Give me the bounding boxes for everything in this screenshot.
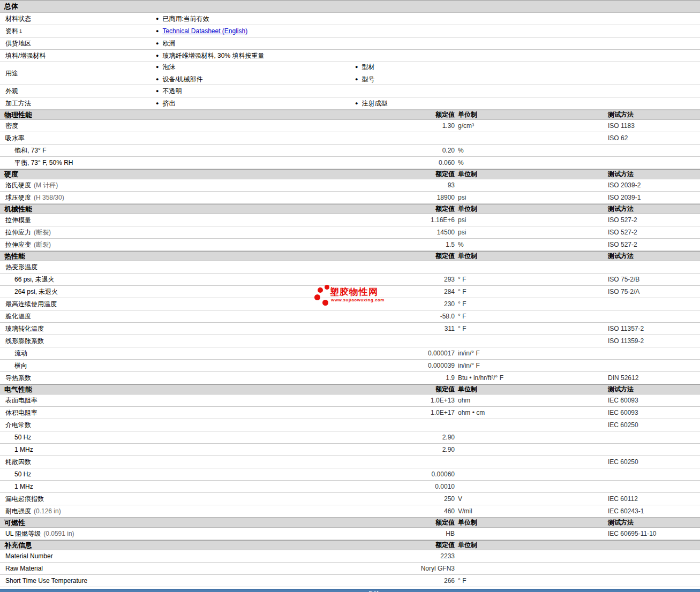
bullet-icon: ● bbox=[156, 89, 159, 94]
property-value: 293 bbox=[369, 274, 455, 285]
property-row: 饱和, 73° F0.20% bbox=[0, 145, 700, 157]
property-value: 1.9 bbox=[369, 372, 455, 384]
property-label-text: 表面电阻率 bbox=[5, 396, 37, 405]
property-row: 材料状态●已商用:当前有效 bbox=[0, 13, 700, 25]
property-label-text: 填料/增强材料 bbox=[5, 51, 46, 60]
property-label: 耗散因数 bbox=[5, 456, 31, 468]
test-method: ISO 1183 bbox=[608, 120, 635, 132]
property-label-text: 最高连续使用温度 bbox=[5, 300, 57, 309]
property-row: 脆化温度-58.0° F bbox=[0, 310, 700, 323]
property-row: 平衡, 73° F, 50% RH0.060% bbox=[0, 157, 700, 169]
property-label: 体积电阻率 bbox=[5, 407, 37, 419]
section-title: 热性能 bbox=[4, 252, 25, 261]
bullet-item-text: 型号 bbox=[362, 75, 374, 84]
column-header-method: 测试方法 bbox=[608, 110, 634, 119]
bullet-list: ●型材●型号 bbox=[355, 62, 374, 85]
property-value: 0.20 bbox=[369, 145, 455, 156]
bullet-item-text: 注射成型 bbox=[362, 99, 387, 108]
property-unit: ohm • cm bbox=[458, 407, 485, 419]
property-unit: % bbox=[458, 157, 464, 169]
property-value: -58.0 bbox=[369, 310, 455, 322]
property-value: 311 bbox=[369, 323, 455, 335]
bullet-list-item: ●欧洲 bbox=[156, 39, 175, 48]
test-method: ISO 11359-2 bbox=[608, 335, 644, 347]
property-label: 饱和, 73° F bbox=[14, 145, 46, 156]
bullet-list: ●不透明 bbox=[156, 85, 182, 97]
section-title: 物理性能 bbox=[4, 110, 32, 119]
test-method: IEC 60250 bbox=[608, 456, 638, 468]
property-row: 264 psi, 未退火284° FISO 75-2/A bbox=[0, 286, 700, 298]
column-header-value: 额定值 bbox=[369, 518, 455, 527]
property-row: 热变形温度 bbox=[0, 261, 700, 274]
property-label-text: 脆化温度 bbox=[5, 312, 31, 321]
property-label: UL 阻燃等级(0.0591 in) bbox=[5, 528, 74, 540]
property-label: 最高连续使用温度 bbox=[5, 298, 57, 310]
property-row: 拉伸应变(断裂)1.5%ISO 527-2 bbox=[0, 239, 700, 251]
property-value: 266 bbox=[369, 575, 455, 587]
property-label-text: 热变形温度 bbox=[5, 263, 37, 272]
property-condition: (断裂) bbox=[34, 228, 51, 237]
property-label: 拉伸模量 bbox=[5, 214, 31, 226]
property-label: 玻璃转化温度 bbox=[5, 323, 44, 335]
property-label-text: 拉伸模量 bbox=[5, 216, 31, 225]
property-unit: psi bbox=[458, 214, 466, 226]
column-header-method: 测试方法 bbox=[608, 204, 634, 214]
property-row: 填料/增强材料●玻璃纤维增强材料, 30% 填料按重量 bbox=[0, 50, 700, 62]
property-label-text: 吸水率 bbox=[5, 134, 25, 143]
bullet-list-item: ●设备/机械部件 bbox=[156, 75, 203, 84]
property-label: 66 psi, 未退火 bbox=[14, 274, 55, 285]
property-label-text: 供货地区 bbox=[5, 39, 31, 48]
property-label-text: 1 MHz bbox=[14, 446, 33, 453]
property-label-text: 66 psi, 未退火 bbox=[14, 275, 55, 284]
property-label: 供货地区 bbox=[5, 37, 31, 49]
property-label-text: Material Number bbox=[5, 552, 53, 560]
bullet-icon: ● bbox=[355, 65, 358, 70]
test-method: ISO 527-2 bbox=[608, 239, 637, 251]
property-row: 漏电起痕指数250VIEC 60112 bbox=[0, 493, 700, 505]
property-row: 介电常数IEC 60250 bbox=[0, 419, 700, 431]
section-header: 可燃性额定值单位制测试方法 bbox=[0, 518, 700, 528]
bullet-item-text: 泡沫 bbox=[162, 63, 175, 72]
property-label-text: 玻璃转化温度 bbox=[5, 324, 44, 333]
property-label-text: 平衡, 73° F, 50% RH bbox=[14, 158, 73, 168]
property-unit: Btu • in/hr/ft²/° F bbox=[458, 372, 503, 384]
section-title: 硬度 bbox=[4, 170, 18, 179]
property-label: 1 MHz bbox=[14, 444, 33, 456]
property-label: Short Time Use Temperature bbox=[5, 575, 87, 587]
section-title: 总体 bbox=[4, 1, 18, 12]
property-unit: % bbox=[458, 239, 464, 251]
section-header: 硬度额定值单位制测试方法 bbox=[0, 169, 700, 179]
datasheet-link[interactable]: Technical Datasheet (English) bbox=[162, 27, 247, 35]
column-header-value: 额定值 bbox=[369, 170, 455, 179]
column-header-unit: 单位制 bbox=[458, 110, 477, 119]
property-row: 线形膨胀系数ISO 11359-2 bbox=[0, 335, 700, 347]
property-label-text: 体积电阻率 bbox=[5, 408, 37, 418]
bullet-list-item: ●已商用:当前有效 bbox=[156, 14, 209, 24]
test-method: IEC 60093 bbox=[608, 407, 638, 419]
column-header-unit: 单位制 bbox=[458, 252, 477, 261]
property-label: 横向 bbox=[14, 360, 27, 371]
property-label: 耐电强度(0.126 in) bbox=[5, 505, 61, 517]
property-condition: (断裂) bbox=[34, 240, 51, 249]
bullet-icon: ● bbox=[156, 65, 159, 70]
bullet-list: ●挤出 bbox=[156, 97, 175, 109]
property-row: Material Number2233 bbox=[0, 550, 700, 563]
property-label-text: 横向 bbox=[14, 361, 27, 370]
section-title: 补充信息 bbox=[4, 541, 32, 550]
property-label: 表面电阻率 bbox=[5, 394, 37, 406]
section-header: 电气性能额定值单位制测试方法 bbox=[0, 384, 700, 394]
property-row: 1 MHz2.90 bbox=[0, 444, 700, 456]
column-header-value: 额定值 bbox=[369, 385, 455, 394]
property-label-text: 50 Hz bbox=[14, 470, 31, 478]
property-value: 1.16E+6 bbox=[369, 214, 455, 226]
bullet-list-item: ●玻璃纤维增强材料, 30% 填料按重量 bbox=[156, 51, 264, 60]
property-label: 1 MHz bbox=[14, 481, 33, 492]
bullet-item-text: 型材 bbox=[362, 63, 374, 72]
property-value: 250 bbox=[369, 493, 455, 505]
column-header-method: 测试方法 bbox=[608, 170, 634, 179]
property-unit: V/mil bbox=[458, 505, 472, 517]
test-method: ISO 62 bbox=[608, 132, 628, 144]
property-label: 加工方法 bbox=[5, 97, 31, 109]
property-label-text: 拉伸应力 bbox=[5, 228, 31, 237]
property-label: 漏电起痕指数 bbox=[5, 493, 44, 505]
